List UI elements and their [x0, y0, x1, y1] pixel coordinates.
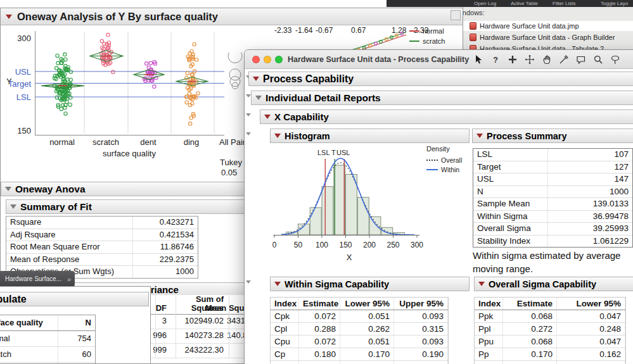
within-sigma-capability-header[interactable]: Within Sigma Capability: [270, 277, 470, 291]
zoom-tool-icon[interactable]: [592, 54, 603, 65]
oneway-scatter-plot: [35, 31, 224, 135]
table-cell: Cpu: [271, 336, 299, 348]
histogram-bar[interactable]: [346, 174, 357, 235]
table-cell: 0.272: [503, 323, 557, 335]
histogram-bar[interactable]: [310, 208, 321, 235]
lasso-tool-icon[interactable]: [610, 54, 620, 65]
syringe-tool-icon[interactable]: [558, 54, 569, 65]
table-row: Rsquare0.423271: [6, 217, 198, 229]
tabulate-header[interactable]: Tabulate: [0, 292, 149, 306]
histogram-header[interactable]: Histogram: [270, 129, 470, 143]
x-tick-label: 300: [407, 241, 426, 249]
table-cell: 0.248: [557, 323, 625, 335]
table-cell: 0.421534: [133, 229, 198, 241]
table-cell: 60: [58, 347, 95, 362]
histogram-bar[interactable]: [322, 187, 333, 235]
scroll-box[interactable]: [451, 10, 461, 20]
red-triangle-icon[interactable]: [274, 282, 281, 286]
table-row: Target127: [473, 161, 632, 174]
menu-item[interactable]: Open Log: [474, 1, 496, 6]
table-cell: Mean of Response: [6, 254, 133, 266]
zoom-button[interactable]: [275, 56, 283, 63]
legend-title: Density: [426, 145, 470, 153]
annotate-tool-icon[interactable]: [575, 54, 586, 65]
overall-sigma-capability-header[interactable]: Overall Sigma Capability: [474, 277, 633, 291]
red-triangle-icon[interactable]: [476, 134, 483, 138]
histogram-bar[interactable]: [334, 165, 345, 235]
brush-tool-icon[interactable]: [507, 54, 518, 65]
close-button[interactable]: [252, 56, 260, 63]
table-cell: N: [473, 186, 548, 198]
table-row: Mean of Response229.2375: [6, 254, 198, 267]
minimize-button[interactable]: [264, 56, 271, 63]
comparison-circles[interactable]: [224, 53, 245, 122]
process-capability-header[interactable]: Process Capability: [248, 72, 633, 86]
table-cell: Estimate: [299, 298, 340, 310]
outline-connector-icon: [246, 132, 251, 135]
individual-detail-reports-header[interactable]: Individual Detail Reports: [251, 91, 633, 105]
menu-item[interactable]: Active Table: [511, 1, 538, 6]
red-triangle-icon[interactable]: [253, 77, 259, 81]
red-triangle-icon[interactable]: [274, 134, 281, 138]
cursor-tool-icon[interactable]: [473, 54, 483, 65]
histogram-bar[interactable]: [369, 217, 381, 235]
comparison-circle[interactable]: [228, 53, 242, 63]
x-category-label: dent: [126, 137, 170, 147]
table-row: Overall Sigma39.25993: [473, 223, 632, 235]
x-tick-label: 250: [384, 241, 403, 249]
table-row: Stability Index1.061229: [473, 235, 632, 248]
menu-item[interactable]: Toggle Layo: [601, 1, 628, 6]
table-cell: Pp: [475, 348, 503, 360]
disclosure-icon[interactable]: [5, 187, 11, 191]
table-cell: 0.047: [557, 310, 625, 322]
table-cell: scratch: [0, 347, 58, 362]
y-axis-name: Y: [6, 77, 12, 86]
table-cell: Cpm: [475, 361, 503, 364]
window-list-item[interactable]: Hardware Surface Unit data - Graph Build…: [463, 32, 633, 42]
oneway-report-header[interactable]: Oneway Analysis of Y By surface quality: [1, 8, 463, 25]
x-capability-header[interactable]: X Capability: [260, 110, 633, 124]
red-triangle-icon[interactable]: [478, 282, 485, 286]
table-cell: 243222.30: [154, 346, 224, 355]
table-cell: Target: [473, 161, 548, 173]
table-cell: 11.86746: [133, 241, 198, 253]
table-header-row: IndexEstimateLower 95%: [475, 298, 625, 310]
table-row: scratch60: [0, 347, 95, 363]
x-tick-label: 0: [265, 241, 284, 249]
grabber-tool-icon[interactable]: [541, 54, 552, 65]
process-summary-header[interactable]: Process Summary: [472, 129, 633, 143]
window-titlebar[interactable]: Hardware Surface Unit data - Process Cap…: [245, 50, 633, 69]
within-curve-swatch: [426, 169, 438, 170]
table-cell: 754: [58, 331, 95, 346]
table-cell: Cp: [271, 348, 299, 360]
table-cell: surface quality: [0, 315, 58, 330]
comparison-circle[interactable]: [230, 77, 240, 87]
y-axis-max-label: 300: [6, 34, 31, 43]
table-cell: Ppu: [475, 336, 503, 348]
collapsed-window-tab[interactable]: Hardware Surface... »: [0, 271, 75, 287]
red-triangle-icon[interactable]: [264, 115, 271, 119]
process-summary-table: LSL107Target127USL147N1000Sample Mean139…: [473, 148, 633, 248]
column-separator: [155, 295, 156, 358]
menu-item[interactable]: Filter Lists: [553, 1, 575, 6]
x-tick-label: 50: [289, 241, 308, 249]
move-tool-icon[interactable]: [524, 54, 535, 65]
table-cell: Estimate: [503, 298, 557, 310]
red-triangle-icon[interactable]: [6, 15, 12, 19]
table-cell: 0.190: [394, 348, 448, 360]
menu-strip: Open LogActive TableFilter ListsToggle L…: [387, 0, 633, 7]
table-row: Pp0.1700.162: [475, 348, 625, 361]
disclosure-icon[interactable]: [255, 96, 262, 100]
table-cell: N: [58, 315, 95, 330]
table-cell: 0.047: [557, 336, 625, 348]
table-row: Cpu0.0720.0510.093: [271, 336, 448, 348]
table-cell: 127: [548, 161, 632, 173]
sigma-note-line2: moving range.: [473, 263, 533, 274]
window-list-item[interactable]: Hardware Surface Unit data.jmp: [463, 21, 633, 31]
table-cell: 39.25993: [548, 223, 632, 235]
table-row: Ppk0.0680.047: [475, 310, 625, 323]
x-category-label: ding: [169, 137, 214, 147]
disclosure-icon[interactable]: [10, 204, 16, 209]
table-cell: Stability Index: [473, 235, 548, 248]
help-tool-icon[interactable]: ?: [490, 54, 501, 65]
